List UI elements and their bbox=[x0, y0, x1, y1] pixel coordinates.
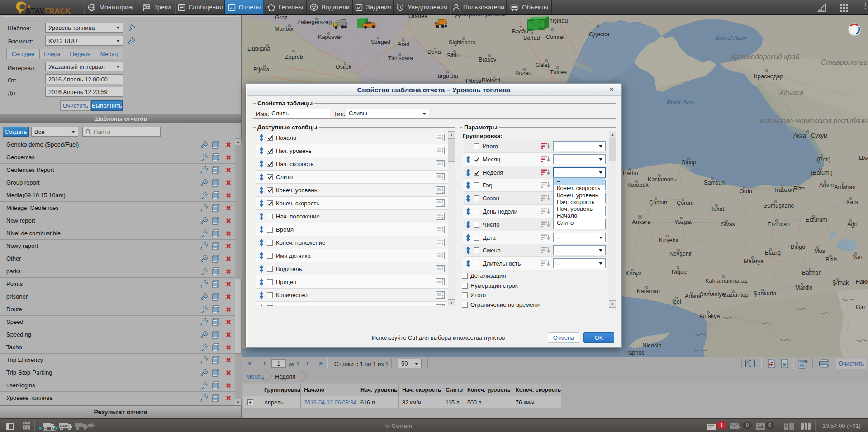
svg-text:Bingöl: Bingöl bbox=[791, 244, 806, 250]
svg-text:Brașov: Brașov bbox=[479, 57, 497, 63]
svg-text:Sivas: Sivas bbox=[721, 221, 735, 228]
svg-text:Ordu: Ordu bbox=[740, 188, 752, 195]
svg-text:Galați: Galați bbox=[536, 62, 550, 68]
svg-text:Maribor: Maribor bbox=[275, 26, 294, 32]
svg-text:Bârlad: Bârlad bbox=[523, 35, 540, 41]
svg-text:Arad: Arad bbox=[398, 41, 410, 47]
svg-text:Elazığ: Elazığ bbox=[765, 250, 781, 256]
svg-text:Şırnak: Şırnak bbox=[832, 280, 849, 286]
svg-text:Kırşehir: Kırşehir bbox=[659, 237, 678, 243]
svg-text:Ploiești: Ploiești bbox=[482, 77, 500, 84]
svg-text:(Batumi): (Batumi) bbox=[811, 170, 833, 176]
svg-text:Osijek: Osijek bbox=[336, 64, 352, 70]
svg-text:Malatya: Malatya bbox=[744, 258, 764, 265]
svg-text:Osmaniye: Osmaniye bbox=[699, 291, 725, 298]
svg-text:Muş: Muş bbox=[814, 248, 825, 254]
svg-text:Giri: Giri bbox=[856, 304, 865, 310]
svg-text:Bacău: Bacău bbox=[512, 28, 528, 35]
svg-text:Tokat: Tokat bbox=[711, 206, 725, 212]
svg-text:Bartın: Bartın bbox=[623, 170, 638, 176]
svg-text:Van: Van bbox=[853, 254, 862, 260]
svg-text:Nicosia: Nicosia bbox=[642, 342, 662, 349]
svg-text:Artvin: Artvin bbox=[819, 182, 834, 188]
svg-text:Краснодарский край: Краснодарский край bbox=[731, 53, 800, 61]
svg-text:Çorum: Çorum bbox=[677, 200, 694, 206]
svg-text:Zalaegerszeg: Zalaegerszeg bbox=[297, 19, 332, 25]
svg-text:Trabzon: Trabzon bbox=[773, 187, 794, 193]
svg-text:Oradea: Oradea bbox=[408, 15, 427, 19]
svg-text:Kars: Kars bbox=[846, 199, 858, 205]
svg-text:Gaziantep: Gaziantep bbox=[722, 292, 748, 298]
svg-text:Краснодар: Краснодар bbox=[754, 73, 783, 80]
svg-text:Karabük: Karabük bbox=[627, 182, 649, 188]
svg-text:Bitlis: Bitlis bbox=[825, 256, 838, 263]
svg-text:Kaposvár: Kaposvár bbox=[318, 34, 342, 40]
svg-text:Ardahan: Ardahan bbox=[834, 184, 856, 190]
svg-text:Comrat: Comrat bbox=[546, 34, 565, 40]
svg-text:Kastamonu: Kastamonu bbox=[648, 176, 677, 183]
svg-text:Цхи: Цхи bbox=[859, 155, 868, 161]
svg-text:NAME: NAME bbox=[60, 424, 70, 428]
svg-text:Erzurum: Erzurum bbox=[806, 217, 827, 223]
svg-text:Niğde: Niğde bbox=[672, 269, 687, 275]
svg-text:Erzincan: Erzincan bbox=[768, 221, 790, 228]
svg-text:Black Sea: Black Sea bbox=[667, 99, 693, 106]
svg-text:İçel: İçel bbox=[672, 299, 681, 305]
svg-text:Adana: Adana bbox=[685, 293, 701, 299]
svg-text:Дніпропетровськ: Дніпропетровськ bbox=[455, 15, 506, 18]
svg-text:Ставропольски: Ставропольски bbox=[821, 58, 868, 66]
svg-text:Nevşehir: Nevşehir bbox=[669, 251, 692, 257]
svg-text:Graz: Graz bbox=[275, 15, 287, 21]
svg-text:Sighișoara: Sighișoara bbox=[449, 39, 476, 46]
svg-text:Mardin: Mardin bbox=[795, 285, 813, 291]
svg-text:Kahramanmaraş: Kahramanmaraş bbox=[705, 278, 747, 284]
svg-text:Rijeka: Rijeka bbox=[253, 66, 269, 73]
svg-text:Sinop: Sinop bbox=[682, 159, 696, 166]
svg-text:Samsun: Samsun bbox=[704, 180, 725, 186]
svg-text:Одесса: Одесса bbox=[589, 31, 610, 38]
svg-text:Karaman: Karaman bbox=[637, 288, 660, 294]
svg-text:Konya: Konya bbox=[626, 271, 642, 277]
svg-text:Yozgat: Yozgat bbox=[674, 219, 692, 225]
svg-text:Ljubljana: Ljubljana bbox=[247, 46, 270, 52]
svg-text:Çankırı: Çankırı bbox=[649, 199, 668, 206]
svg-text:Hakk: Hakk bbox=[856, 279, 868, 285]
svg-text:Buzău: Buzău bbox=[515, 70, 531, 76]
svg-text:Paphos: Paphos bbox=[625, 350, 645, 356]
svg-text:Batman: Batman bbox=[802, 270, 821, 276]
svg-text:Szeged: Szeged bbox=[371, 39, 390, 45]
svg-text:Карачаево-Черкесская республик: Карачаево-Черкесская республика bbox=[760, 117, 868, 124]
svg-text:Antakya: Antakya bbox=[699, 313, 720, 319]
svg-text:Tulcea: Tulcea bbox=[550, 69, 567, 76]
svg-text:Акəа - Сухум: Акəа - Сухум bbox=[793, 133, 828, 139]
svg-text:Ankara: Ankara bbox=[632, 218, 651, 225]
svg-text:Ağrı: Ağrı bbox=[847, 221, 858, 228]
svg-text:Timișoara: Timișoara bbox=[388, 55, 413, 62]
svg-text:Zagreb: Zagreb bbox=[285, 54, 303, 60]
svg-text:Şanlıurfa: Şanlıurfa bbox=[754, 290, 776, 297]
svg-text:(Poti): (Poti) bbox=[817, 157, 830, 163]
svg-text:Sea of Azov: Sea of Azov bbox=[715, 34, 747, 41]
svg-text:Târgu Jiu: Târgu Jiu bbox=[434, 73, 458, 79]
svg-text:Deva: Deva bbox=[427, 49, 441, 55]
svg-text:Gümüşhane: Gümüşhane bbox=[763, 203, 794, 209]
svg-text:Sibiu: Sibiu bbox=[447, 52, 460, 59]
svg-text:Адыгея: Адыгея bbox=[779, 89, 803, 96]
